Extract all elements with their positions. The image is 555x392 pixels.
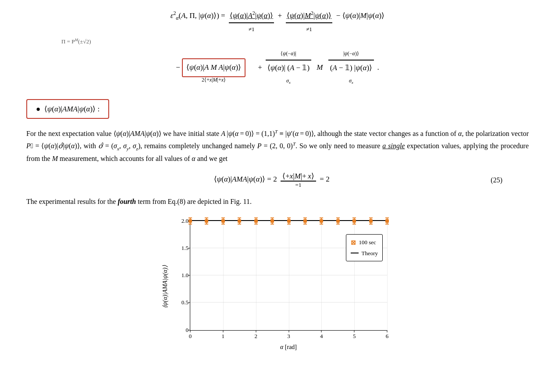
chart-wrapper: ⟨ψ(α)|AMA|ψ(α)⟩ 0 [164, 217, 391, 357]
error-bar-0 [190, 217, 191, 225]
page-content: ε2α(A, Π, |ψ(α)⟩) = ⟨ψ(α)|A2|ψ(α)⟩ ≠1 + … [26, 9, 529, 357]
error-bar-55 [370, 217, 371, 225]
x-tick-5: 5 [353, 333, 356, 340]
term1-label: ≠1 [249, 24, 255, 34]
grid-v-6 [387, 221, 388, 330]
error-bar-15 [239, 217, 240, 225]
x-tick-0: 0 [189, 333, 192, 340]
error-bar-6 [387, 217, 388, 225]
error-bar-25 [272, 217, 273, 225]
x-tick-1: 1 [222, 333, 225, 340]
figure-11: ⟨ψ(α)|AMA|ψ(α)⟩ 0 [26, 217, 529, 357]
term1: ⟨ψ(α)|A2|ψ(α)⟩ ≠1 [229, 9, 274, 35]
y-tickmark-10 [188, 275, 190, 276]
equation-25: ⟨ψ(α)|AMA|ψ(α)⟩ = 2 ⟨+x|M|+ x⟩ =1 = 2 (2… [53, 171, 502, 189]
term-ama: ⟨ψ(α)|A M A|ψ(α)⟩ 2⟨+x|M|+x⟩ [182, 58, 245, 77]
x-tickmark-2 [256, 330, 256, 332]
eq25-number: (25) [491, 176, 502, 184]
x-tick-2: 2 [254, 333, 257, 340]
x-tickmark-1 [223, 330, 223, 332]
error-bar-5 [354, 217, 355, 225]
term-overbrace-right: |ψ(−α)⟩ (A − 𝟙) |ψ(α)⟩ σx [328, 49, 374, 86]
body-para1: For the next expectation value ⟨ψ(α)|AMA… [26, 128, 529, 164]
x-tickmark-5 [354, 330, 355, 332]
y-tickmark-05 [188, 303, 190, 303]
legend-item-100sec: ⊠ 100 sec [351, 237, 378, 248]
error-bar-1 [223, 217, 224, 225]
term-overbrace-left: ⟨ψ(−α)| ⟨ψ(α)| (A − 𝟙) σx [266, 49, 311, 86]
x-tick-4: 4 [320, 333, 323, 340]
error-bar-2 [256, 217, 256, 225]
legend-label-100sec: 100 sec [359, 237, 376, 247]
legend-label-theory: Theory [361, 248, 378, 258]
error-bar-45 [338, 217, 338, 225]
x-tickmark-4 [321, 330, 322, 332]
y-tick-05: 0.5 [181, 299, 189, 306]
y-tick-15: 1.5 [181, 245, 189, 252]
eq25-content: ⟨ψ(α)|AMA|ψ(α)⟩ = 2 ⟨+x|M|+ x⟩ =1 = 2 [53, 171, 491, 189]
x-tickmark-6 [387, 330, 388, 332]
x-tickmark-0 [190, 330, 191, 332]
error-bar-05 [206, 217, 207, 225]
grid-v-4 [321, 221, 322, 330]
bullet-text: ● ⟨ψ(α)|AMA|ψ(α)⟩ : [36, 105, 100, 113]
error-bar-35 [305, 217, 306, 225]
x-tick-3: 3 [287, 333, 290, 340]
y-axis-label: ⟨ψ(α)|AMA|ψ(α)⟩ [161, 265, 169, 308]
eq-lhs: ε2α(A, Π, |ψ(α)⟩) = [171, 11, 229, 20]
error-bar-4 [321, 217, 322, 225]
bullet-section: ● ⟨ψ(α)|AMA|ψ(α)⟩ : [26, 99, 109, 119]
legend-item-theory: Theory [351, 248, 378, 258]
y-tick-10: 1.0 [181, 272, 189, 279]
grid-v-1 [223, 221, 224, 330]
grid-v-2 [256, 221, 256, 330]
x-tickmark-3 [288, 330, 289, 332]
x-axis-label: α [rad] [190, 344, 387, 351]
y-tickmark-15 [188, 248, 190, 248]
legend-errorbar-icon: ⊠ [351, 237, 356, 248]
term2: ⟨ψ(α)|M2|ψ(α)⟩ ≠1 [286, 9, 333, 35]
error-bar-3 [288, 217, 289, 225]
legend-box: ⊠ 100 sec Theory [346, 234, 383, 262]
body-para2: The experimental results for the fourth … [26, 196, 529, 207]
term2-label: ≠1 [306, 24, 312, 34]
grid-v-3 [289, 221, 289, 330]
legend-line-icon [351, 253, 359, 253]
y-tick-20: 2.0 [181, 217, 189, 225]
x-tick-6: 6 [386, 333, 389, 340]
chart-area: 0 0.5 1.0 1.5 2.0 0 1 2 3 4 5 6 [190, 221, 387, 331]
equation-top: ε2α(A, Π, |ψ(α)⟩) = ⟨ψ(α)|A2|ψ(α)⟩ ≠1 + … [26, 9, 529, 86]
